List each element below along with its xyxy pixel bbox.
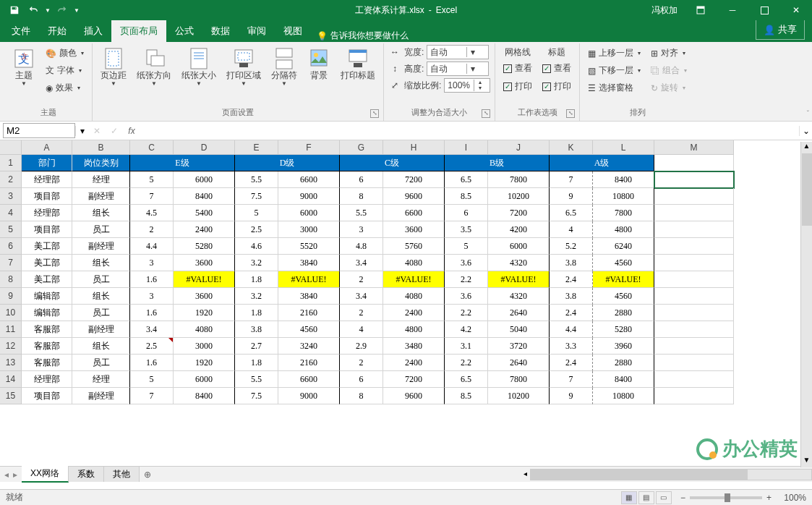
cell[interactable]: 5	[130, 371, 174, 388]
cell[interactable]: C级	[340, 155, 445, 171]
cell[interactable]: 6000	[174, 171, 235, 188]
vertical-scrollbar[interactable]: ▲ ▼	[800, 142, 812, 467]
row-header-3[interactable]: 3	[0, 188, 22, 205]
cell[interactable]: 10800	[593, 188, 654, 205]
cell[interactable]: 8.5	[445, 188, 488, 205]
cell[interactable]	[654, 188, 734, 205]
formula-input[interactable]	[140, 129, 799, 133]
cell[interactable]: 5.5	[235, 371, 278, 388]
cell[interactable]: 4080	[383, 288, 445, 305]
bring-forward[interactable]: ▦上移一层▾	[584, 45, 644, 61]
cell[interactable]	[654, 271, 734, 288]
save-button[interactable]	[6, 2, 23, 18]
cell[interactable]: 3840	[278, 288, 340, 305]
scale-spinner[interactable]: 100%▴▾	[444, 78, 490, 93]
expand-formula-bar[interactable]: ⌄	[799, 126, 812, 136]
cell[interactable]: 组长	[72, 255, 130, 271]
column-header-H[interactable]: H	[383, 140, 445, 155]
cell[interactable]: 8400	[593, 371, 654, 388]
cell[interactable]: 7200	[383, 371, 445, 388]
cell[interactable]: 副经理	[72, 321, 130, 338]
cell[interactable]: 4560	[593, 255, 654, 271]
cell[interactable]: 1920	[174, 305, 235, 321]
cell[interactable]: D级	[235, 155, 340, 171]
sheet-nav-last[interactable]: ▸	[13, 470, 17, 480]
cell[interactable]: 3.6	[445, 288, 488, 305]
cell[interactable]: 编辑部	[22, 305, 72, 321]
cell[interactable]	[654, 255, 734, 271]
cell[interactable]: 经理部	[22, 371, 72, 388]
cell[interactable]: 经理部	[22, 205, 72, 221]
cell[interactable]	[654, 305, 734, 321]
cell[interactable]: 9000	[278, 388, 340, 404]
zoom-in[interactable]: +	[766, 493, 772, 503]
send-backward[interactable]: ▧下移一层▾	[584, 62, 644, 79]
row-header-15[interactable]: 15	[0, 388, 22, 404]
orientation-button[interactable]: 纸张方向▼	[133, 45, 175, 89]
cell[interactable]: 5	[445, 238, 488, 255]
cell[interactable]: 客服部	[22, 355, 72, 371]
share-button[interactable]: 👤 共享	[756, 20, 805, 40]
column-header-L[interactable]: L	[593, 140, 654, 155]
select-all-corner[interactable]	[0, 140, 22, 155]
sheet-options-dialog[interactable]: ⤡	[566, 109, 575, 118]
cell[interactable]: 7200	[383, 171, 445, 188]
cell[interactable]	[654, 205, 734, 221]
cell[interactable]: 6.5	[550, 205, 593, 221]
cell[interactable]: 2400	[383, 305, 445, 321]
row-header-14[interactable]: 14	[0, 371, 22, 388]
print-area-button[interactable]: 打印区域▼	[223, 45, 265, 89]
tab-view[interactable]: 视图	[275, 20, 311, 42]
tab-insert[interactable]: 插入	[75, 20, 111, 42]
cell[interactable]: 4200	[488, 221, 550, 238]
cell[interactable]: 6000	[488, 238, 550, 255]
cell[interactable]: 3480	[383, 338, 445, 355]
cancel-formula[interactable]: ✕	[88, 123, 106, 139]
row-header-8[interactable]: 8	[0, 271, 22, 288]
tab-data[interactable]: 数据	[202, 20, 239, 42]
cell[interactable]: 4.4	[550, 321, 593, 338]
cell[interactable]: 4320	[488, 255, 550, 271]
cell[interactable]: 3.6	[445, 255, 488, 271]
scroll-up[interactable]: ▲	[801, 142, 812, 153]
theme-fonts[interactable]: 文字体▾	[42, 62, 87, 79]
cell[interactable]: 5280	[593, 321, 654, 338]
cell[interactable]: 3.4	[130, 321, 174, 338]
cell[interactable]: 7800	[593, 205, 654, 221]
cell[interactable]: 3.4	[340, 255, 383, 271]
cell[interactable]: 6600	[278, 371, 340, 388]
sheet-nav-first[interactable]: ◂	[4, 470, 9, 480]
qat-customize[interactable]: ▼	[72, 2, 81, 18]
selection-pane[interactable]: ☰选择窗格	[584, 80, 644, 96]
background-button[interactable]: 背景	[304, 45, 334, 82]
cell[interactable]: 2	[340, 271, 383, 288]
cell[interactable]: 10200	[488, 188, 550, 205]
normal-view[interactable]: ▦	[621, 491, 637, 504]
cell[interactable]: 8400	[174, 388, 235, 404]
row-header-2[interactable]: 2	[0, 171, 22, 188]
cell[interactable]: 3	[130, 288, 174, 305]
hscroll-thumb[interactable]	[531, 470, 748, 480]
cell[interactable]: 7200	[488, 205, 550, 221]
row-header-13[interactable]: 13	[0, 355, 22, 371]
cell[interactable]: 2.4	[550, 355, 593, 371]
tab-review[interactable]: 审阅	[239, 20, 275, 42]
cell[interactable]: 4800	[593, 221, 654, 238]
row-header-4[interactable]: 4	[0, 205, 22, 221]
align-button[interactable]: ⊞对齐▾	[647, 45, 691, 61]
cell[interactable]: 6000	[278, 205, 340, 221]
cell[interactable]: 3.5	[445, 221, 488, 238]
cell[interactable]: A级	[550, 155, 654, 171]
minimize-button[interactable]: ─	[717, 0, 748, 20]
cell[interactable]: 3600	[383, 221, 445, 238]
row-header-11[interactable]: 11	[0, 321, 22, 338]
page-layout-view[interactable]: ▤	[638, 491, 654, 504]
cell[interactable]: 5	[130, 171, 174, 188]
cell[interactable]: 2	[340, 305, 383, 321]
cell[interactable]: 4.4	[130, 238, 174, 255]
tab-formulas[interactable]: 公式	[166, 20, 202, 42]
cell[interactable]: 副经理	[72, 238, 130, 255]
cell[interactable]: 组长	[72, 288, 130, 305]
cell[interactable]: 岗位类别	[72, 155, 130, 171]
cell[interactable]: 3600	[174, 255, 235, 271]
